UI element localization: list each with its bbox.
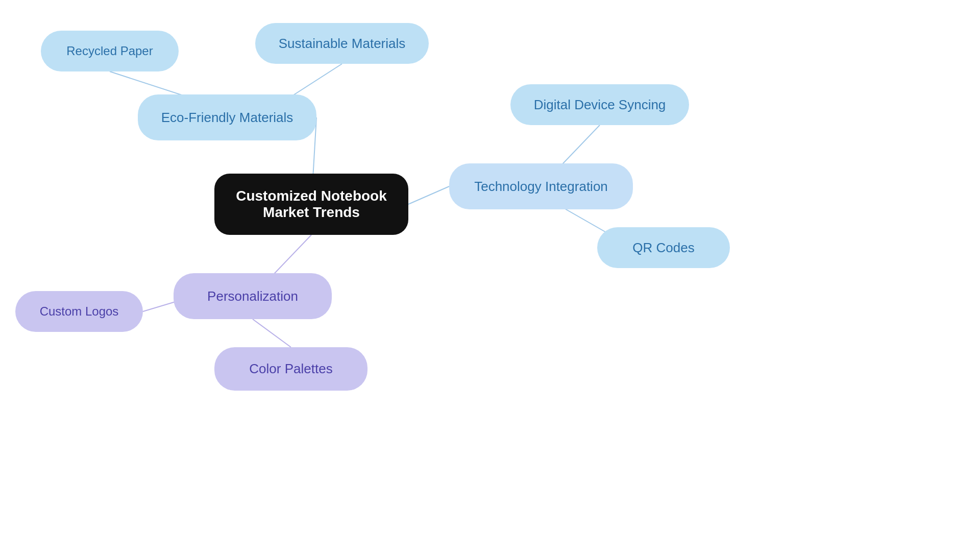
svg-line-8: [253, 319, 291, 347]
qr-codes-node[interactable]: QR Codes: [597, 227, 730, 268]
recycled-paper-node[interactable]: Recycled Paper: [41, 31, 179, 71]
color-palettes-label: Color Palettes: [249, 361, 332, 377]
personalization-label: Personalization: [207, 288, 298, 304]
connection-lines: [0, 0, 980, 553]
recycled-paper-label: Recycled Paper: [66, 44, 153, 58]
svg-line-3: [408, 186, 449, 204]
custom-logos-node[interactable]: Custom Logos: [15, 291, 143, 332]
qr-codes-label: QR Codes: [632, 240, 694, 256]
color-palettes-node[interactable]: Color Palettes: [214, 347, 368, 391]
eco-friendly-node[interactable]: Eco-Friendly Materials: [138, 94, 316, 140]
digital-device-node[interactable]: Digital Device Syncing: [510, 84, 689, 125]
sustainable-materials-label: Sustainable Materials: [279, 36, 406, 52]
technology-integration-label: Technology Integration: [474, 179, 608, 195]
technology-integration-node[interactable]: Technology Integration: [449, 163, 633, 209]
eco-friendly-label: Eco-Friendly Materials: [161, 110, 293, 126]
center-label: Customized Notebook Market Trends: [214, 188, 408, 221]
sustainable-materials-node[interactable]: Sustainable Materials: [255, 23, 429, 64]
digital-device-label: Digital Device Syncing: [534, 97, 666, 113]
mind-map: Customized Notebook Market Trends Recycl…: [0, 0, 980, 553]
center-node[interactable]: Customized Notebook Market Trends: [214, 174, 408, 235]
personalization-node[interactable]: Personalization: [174, 273, 332, 319]
custom-logos-label: Custom Logos: [40, 304, 119, 319]
